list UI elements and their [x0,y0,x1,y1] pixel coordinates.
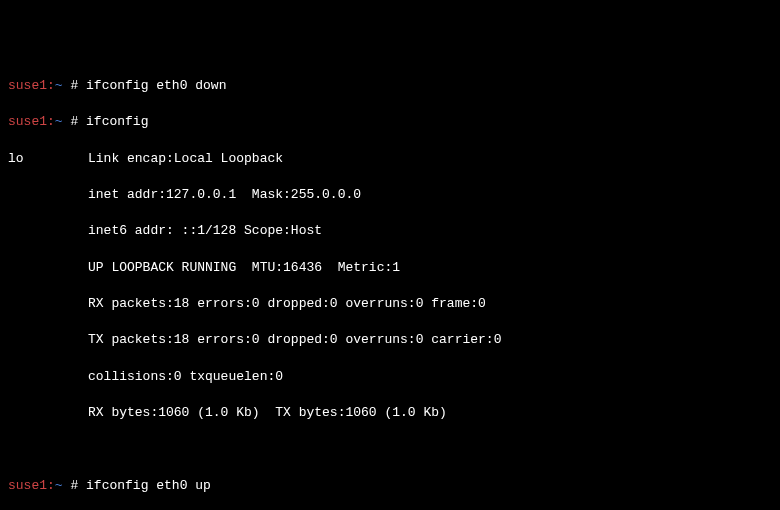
prompt-path: ~ [55,114,63,129]
command-text: ifconfig [86,114,148,129]
prompt-host: suse1: [8,478,55,493]
command-text: ifconfig eth0 up [86,478,211,493]
prompt-host: suse1: [8,114,55,129]
interface-line: inet addr:127.0.0.1 Mask:255.0.0.0 [8,186,772,204]
interface-line: collisions:0 txqueuelen:0 [8,368,772,386]
interface-line: RX packets:18 errors:0 dropped:0 overrun… [8,295,772,313]
prompt-path: ~ [55,78,63,93]
interface-line: UP LOOPBACK RUNNING MTU:16436 Metric:1 [8,259,772,277]
interface-line: inet6 addr: ::1/128 Scope:Host [8,222,772,240]
prompt-hash: # [63,478,86,493]
prompt-hash: # [63,78,86,93]
prompt-line-1: suse1:~ # ifconfig eth0 down [8,77,772,95]
interface-name: lo [8,150,88,168]
prompt-line-2: suse1:~ # ifconfig [8,113,772,131]
interface-block-lo: loLink encap:Local Loopback [8,150,772,168]
prompt-path: ~ [55,478,63,493]
interface-line: RX bytes:1060 (1.0 Kb) TX bytes:1060 (1.… [8,404,772,422]
interface-line: Link encap:Local Loopback [88,150,772,168]
prompt-host: suse1: [8,78,55,93]
interface-line: TX packets:18 errors:0 dropped:0 overrun… [8,331,772,349]
blank-line [8,441,772,459]
prompt-hash: # [63,114,86,129]
command-text: ifconfig eth0 down [86,78,226,93]
prompt-line-3: suse1:~ # ifconfig eth0 up [8,477,772,495]
